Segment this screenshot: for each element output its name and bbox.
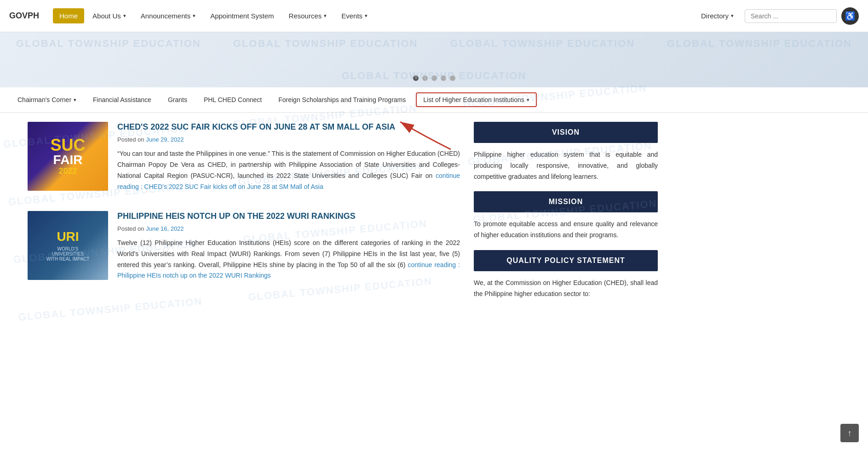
article-date-wuri: Posted on June 16, 2022 — [117, 225, 460, 232]
article-title-suc-fair[interactable]: CHED'S 2022 SUC FAIR KICKS OFF ON JUNE 2… — [117, 122, 460, 132]
chevron-down-icon: ▾ — [74, 97, 76, 103]
sec-nav-grants[interactable]: Grants — [160, 87, 195, 112]
nav-events-label: Events — [341, 12, 362, 20]
banner-dot-5[interactable] — [450, 75, 455, 81]
article-body-suc-fair: “You can tour and taste the Philippines … — [117, 148, 460, 192]
wuri-logo: URI — [57, 229, 79, 244]
article-date-suc-fair: Posted on June 29, 2022 — [117, 136, 460, 143]
fair-text: FAIR — [53, 154, 83, 166]
suc-text: SUC — [50, 137, 85, 154]
nav-items: Home About Us ▾ Announcements ▾ Appointm… — [53, 8, 695, 23]
sidebar-mission-text: To promote equitable access and ensure q… — [474, 219, 658, 241]
wuri-subtitle: WORLD'SUNIVERSITIESWITH REAL IMPACT — [46, 246, 90, 262]
content-area: SUC FAIR 2022 CHED'S 2022 SUC FAIR KICKS… — [28, 122, 460, 309]
sec-nav-chairmans-label: Chairman's Corner — [17, 96, 71, 103]
chevron-down-icon: ▾ — [731, 13, 734, 19]
nav-item-resources[interactable]: Resources ▾ — [282, 8, 333, 23]
sidebar-quality-policy-title: QUALITY POLICY STATEMENT — [474, 250, 658, 271]
nav-item-about[interactable]: About Us ▾ — [86, 8, 132, 23]
article-card-wuri: URI WORLD'SUNIVERSITIESWITH REAL IMPACT … — [28, 211, 460, 282]
article-content-suc-fair: CHED'S 2022 SUC FAIR KICKS OFF ON JUNE 2… — [117, 122, 460, 193]
article-card-suc-fair: SUC FAIR 2022 CHED'S 2022 SUC FAIR KICKS… — [28, 122, 460, 193]
sidebar-mission-title: MISSION — [474, 191, 658, 212]
site-logo: GOVPH — [9, 11, 39, 21]
nav-item-announcements[interactable]: Announcements ▾ — [134, 8, 202, 23]
sec-nav-hei-label: List of Higher Education Institutions — [423, 96, 524, 103]
sec-nav-financial-label: Financial Assistance — [93, 96, 151, 103]
hero-banner: GLOBAL TOWNSHIP EDUCATION GLOBAL TOWNSHI… — [0, 32, 868, 87]
sec-nav-foreign-label: Foreign Scholarships and Training Progra… — [278, 96, 406, 103]
nav-resources-label: Resources — [289, 12, 322, 20]
year-text: 2022 — [58, 166, 77, 176]
sec-nav-foreign-scholarships[interactable]: Foreign Scholarships and Training Progra… — [270, 87, 414, 112]
article-body-wuri: Twelve (12) Philippine Higher Education … — [117, 238, 460, 281]
nav-announcements-label: Announcements — [141, 12, 190, 20]
article-date-link-wuri[interactable]: June 16, 2022 — [146, 225, 184, 232]
nav-search-area: Directory ▾ ♿ — [695, 7, 859, 25]
chevron-down-icon: ▾ — [365, 13, 368, 19]
banner-dots — [413, 75, 455, 81]
sec-nav-chairmans-corner[interactable]: Chairman's Corner ▾ — [9, 87, 85, 112]
chevron-down-icon: ▾ — [123, 13, 126, 19]
nav-appointment-label: Appointment System — [210, 12, 274, 20]
sec-nav-grants-label: Grants — [168, 96, 187, 103]
nav-about-label: About Us — [92, 12, 121, 20]
nav-directory-label: Directory — [701, 12, 729, 20]
article-content-wuri: PHILIPPINE HEIS NOTCH UP ON THE 2022 WUR… — [117, 211, 460, 282]
accessibility-icon: ♿ — [845, 11, 855, 21]
main-layout: SUC FAIR 2022 CHED'S 2022 SUC FAIR KICKS… — [0, 113, 868, 318]
search-input[interactable] — [745, 9, 837, 23]
chevron-down-icon: ▾ — [193, 13, 195, 19]
sec-nav-phl-ched[interactable]: PHL CHED Connect — [195, 87, 270, 112]
sidebar-vision-title: VISION — [474, 122, 658, 143]
nav-item-appointment[interactable]: Appointment System — [204, 8, 280, 23]
sec-nav-financial-assistance[interactable]: Financial Assistance — [85, 87, 160, 112]
nav-home-label: Home — [59, 12, 78, 20]
banner-dot-4[interactable] — [441, 75, 446, 81]
article-title-wuri[interactable]: PHILIPPINE HEIS NOTCH UP ON THE 2022 WUR… — [117, 211, 460, 222]
article-date-link-suc-fair[interactable]: June 29, 2022 — [146, 136, 184, 143]
banner-dot-1[interactable] — [413, 75, 419, 81]
article-image-wuri: URI WORLD'SUNIVERSITIESWITH REAL IMPACT — [28, 211, 108, 280]
accessibility-button[interactable]: ♿ — [841, 7, 859, 25]
top-navigation: GOVPH Home About Us ▾ Announcements ▾ Ap… — [0, 0, 868, 32]
sec-nav-phl-ched-label: PHL CHED Connect — [204, 96, 262, 103]
secondary-navigation: Chairman's Corner ▾ Financial Assistance… — [0, 87, 868, 113]
sidebar-quality-policy-text: We, at the Commission on Higher Educatio… — [474, 278, 658, 300]
banner-dot-3[interactable] — [431, 75, 437, 81]
nav-item-home[interactable]: Home — [53, 8, 84, 23]
sec-nav-hei-list[interactable]: List of Higher Education Institutions ▾ — [416, 92, 536, 107]
article-image-suc-fair: SUC FAIR 2022 — [28, 122, 108, 191]
chevron-down-icon: ▾ — [324, 13, 327, 19]
nav-item-directory[interactable]: Directory ▾ — [695, 8, 740, 23]
banner-dot-2[interactable] — [422, 75, 428, 81]
sidebar-vision-text: Philippine higher education system that … — [474, 149, 658, 182]
chevron-down-icon: ▾ — [527, 97, 529, 103]
sidebar: VISION Philippine higher education syste… — [474, 122, 658, 309]
nav-item-events[interactable]: Events ▾ — [335, 8, 374, 23]
